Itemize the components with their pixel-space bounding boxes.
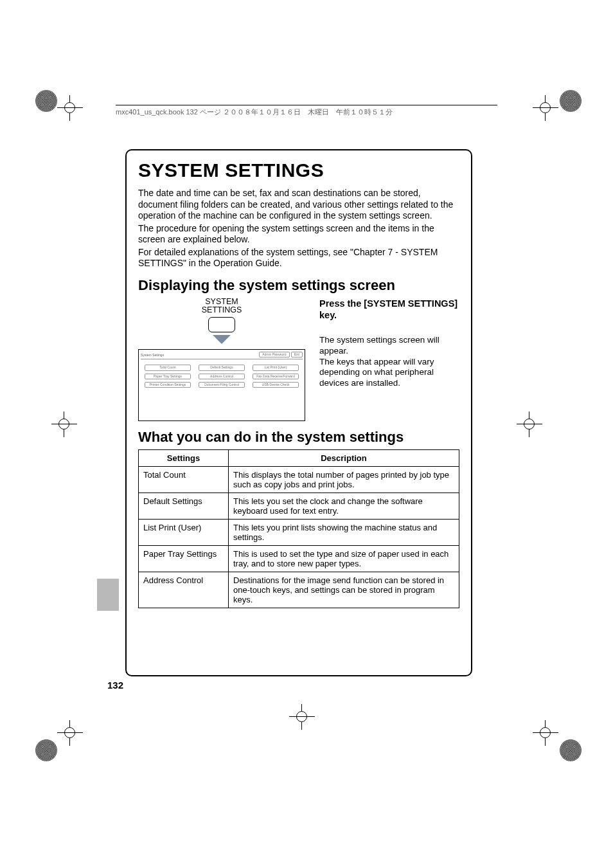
table-row: Default Settings This lets you set the c… bbox=[139, 493, 459, 520]
registration-mark bbox=[289, 704, 334, 749]
intro-p2: The procedure for opening the system set… bbox=[138, 223, 459, 246]
screen-button: Address Control bbox=[199, 374, 245, 379]
setting-desc: Destinations for the image send function… bbox=[229, 572, 459, 608]
screen-button: Document Filing Control bbox=[199, 382, 245, 388]
registration-mark bbox=[51, 411, 96, 457]
admin-password-button: Admin Password bbox=[259, 352, 290, 357]
setting-name: Address Control bbox=[139, 572, 229, 608]
registration-mark bbox=[533, 90, 578, 135]
registration-mark bbox=[533, 720, 578, 765]
physical-key-icon bbox=[208, 317, 235, 332]
table-row: List Print (User) This lets you print li… bbox=[139, 520, 459, 546]
setting-desc: This lets you print lists showing the ma… bbox=[229, 520, 459, 546]
registration-mark bbox=[517, 411, 562, 457]
section-heading-display: Displaying the system settings screen bbox=[138, 277, 459, 294]
screen-button: Fax Data Receive/Forward bbox=[253, 374, 299, 379]
screen-button: List Print (User) bbox=[253, 365, 299, 370]
setting-name: Default Settings bbox=[139, 493, 229, 520]
intro-p3: For detailed explanations of the system … bbox=[138, 247, 459, 269]
instruction-p1: The system settings screen will appear. bbox=[319, 335, 459, 357]
instruction-column: Press the [SYSTEM SETTINGS] key. The sys… bbox=[319, 298, 459, 390]
arrow-down-icon bbox=[213, 335, 231, 344]
screen-button: Printer Condition Settings bbox=[145, 382, 191, 388]
setting-name: Paper Tray Settings bbox=[139, 546, 229, 572]
screen-button: Paper Tray Settings bbox=[145, 374, 191, 379]
setting-name: Total Count bbox=[139, 467, 229, 493]
screen-button: Default Settings bbox=[199, 365, 245, 370]
registration-mark bbox=[35, 90, 80, 135]
settings-table: Settings Description Total Count This di… bbox=[138, 449, 459, 608]
header-text: mxc401_us_qck.book 132 ページ ２００８年１０月１６日 木… bbox=[116, 108, 393, 116]
page-number: 132 bbox=[107, 680, 123, 691]
system-settings-key-label: SYSTEM SETTINGS bbox=[202, 298, 242, 316]
side-tab bbox=[97, 579, 119, 611]
section-heading-what: What you can do in the system settings bbox=[138, 429, 459, 446]
page-content-frame: SYSTEM SETTINGS The date and time can be… bbox=[125, 149, 472, 676]
table-row: Address Control Destinations for the ima… bbox=[139, 572, 459, 608]
instruction-title: Press the [SYSTEM SETTINGS] key. bbox=[319, 298, 459, 321]
screen-title: System Settings bbox=[141, 353, 164, 357]
setting-name: List Print (User) bbox=[139, 520, 229, 546]
intro-p1: The date and time can be set, fax and sc… bbox=[138, 188, 459, 222]
col-description: Description bbox=[229, 450, 459, 467]
table-row: Paper Tray Settings This is used to set … bbox=[139, 546, 459, 572]
setting-desc: This is used to set the type and size of… bbox=[229, 546, 459, 572]
page-title: SYSTEM SETTINGS bbox=[138, 159, 459, 181]
screen-button: USB-Device Check bbox=[253, 382, 299, 388]
illustration-column: SYSTEM SETTINGS System Settings Admin Pa… bbox=[138, 298, 305, 422]
table-row: Total Count This displays the total numb… bbox=[139, 467, 459, 493]
col-settings: Settings bbox=[139, 450, 229, 467]
instruction-p2: The keys that appear will vary depending… bbox=[319, 357, 459, 390]
registration-mark bbox=[35, 720, 80, 765]
system-settings-screen-mock: System Settings Admin Password Exit Tota… bbox=[138, 349, 305, 421]
setting-desc: This displays the total number of pages … bbox=[229, 467, 459, 493]
print-header: mxc401_us_qck.book 132 ページ ２００８年１０月１６日 木… bbox=[116, 105, 497, 117]
exit-button: Exit bbox=[291, 352, 303, 357]
setting-desc: This lets you set the clock and change t… bbox=[229, 493, 459, 520]
intro-text: The date and time can be set, fax and sc… bbox=[138, 188, 459, 269]
screen-button: Total Count bbox=[145, 365, 191, 370]
